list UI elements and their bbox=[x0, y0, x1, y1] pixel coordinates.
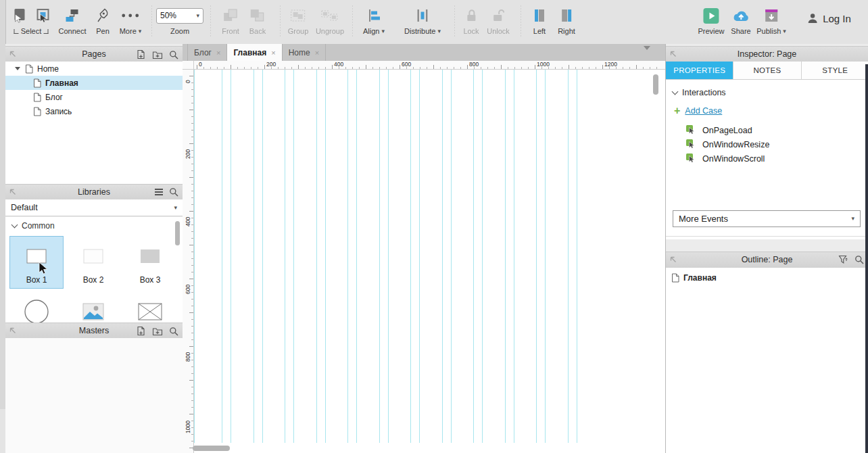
disclosure-triangle-icon[interactable] bbox=[15, 67, 20, 70]
ruler-tick bbox=[191, 170, 193, 171]
ruler-tick bbox=[189, 177, 193, 178]
connect-label: Connect bbox=[59, 27, 87, 35]
page-item-home[interactable]: Home bbox=[5, 62, 183, 76]
page-icon bbox=[671, 273, 679, 283]
add-folder-icon[interactable] bbox=[152, 50, 163, 59]
publish-button[interactable]: Publish▾ bbox=[756, 5, 786, 35]
grid-guide bbox=[316, 70, 317, 443]
widget-box1[interactable]: Box 1 bbox=[9, 236, 64, 289]
widget-ellipse[interactable]: Ellipse bbox=[9, 291, 64, 323]
widget-box2[interactable]: Box 2 bbox=[66, 236, 120, 289]
ruler-tick bbox=[258, 67, 258, 69]
select-pointer-icon bbox=[12, 8, 27, 23]
more-tools[interactable]: More▾ bbox=[120, 5, 142, 35]
ruler-tick bbox=[191, 427, 193, 428]
page-canvas[interactable] bbox=[194, 70, 665, 453]
connect-tool[interactable]: Connect bbox=[59, 5, 87, 35]
front-label: Front bbox=[222, 27, 239, 35]
align-left-button[interactable]: Left bbox=[532, 5, 547, 35]
tab-blog[interactable]: Блог × bbox=[187, 44, 227, 61]
tab-notes[interactable]: NOTES bbox=[733, 62, 801, 79]
ruler-tick bbox=[237, 67, 238, 69]
more-label: More bbox=[120, 27, 137, 35]
align-right-button[interactable]: Right bbox=[558, 5, 575, 35]
ruler-tick bbox=[189, 110, 193, 110]
caret-down-icon: ▾ bbox=[174, 205, 177, 211]
search-icon[interactable] bbox=[169, 187, 178, 197]
ruler-tick bbox=[312, 67, 312, 69]
page-item-zapis[interactable]: Запись bbox=[5, 104, 183, 118]
toolbar-separator bbox=[352, 5, 353, 37]
add-case-link[interactable]: Add Case bbox=[685, 106, 722, 116]
user-icon bbox=[806, 12, 819, 24]
event-onwindowscroll[interactable]: OnWindowScroll bbox=[686, 153, 765, 164]
add-folder-icon[interactable] bbox=[152, 327, 163, 336]
event-onpageload[interactable]: OnPageLoad bbox=[686, 125, 752, 135]
libraries-scrollbar-thumb[interactable] bbox=[175, 221, 180, 245]
grid-guide bbox=[577, 70, 577, 443]
filter-icon[interactable] bbox=[838, 255, 848, 264]
zoom-select[interactable]: 50% ▾ bbox=[156, 8, 203, 24]
add-page-icon[interactable] bbox=[136, 326, 146, 336]
pen-icon bbox=[95, 8, 110, 23]
tab-style[interactable]: STYLE bbox=[802, 62, 868, 79]
tab-properties[interactable]: PROPERTIES bbox=[666, 62, 733, 79]
select-tool[interactable]: Select bbox=[12, 5, 51, 35]
ruler-tick bbox=[191, 103, 193, 103]
ruler-tick bbox=[191, 231, 193, 232]
event-onwindowresize[interactable]: OnWindowResize bbox=[686, 139, 769, 149]
pages-panel-header: Pages bbox=[5, 46, 183, 63]
canvas-area[interactable]: 020040060080010001200 02004006008001000 bbox=[183, 61, 665, 453]
ruler-tick bbox=[528, 67, 529, 69]
grid-guide bbox=[194, 70, 195, 443]
preview-button[interactable]: Preview bbox=[698, 5, 724, 35]
more-events-select[interactable]: More Events ▾ bbox=[673, 210, 861, 227]
library-select[interactable]: Default ▾ bbox=[5, 199, 183, 216]
widget-placeholder[interactable]: Placeholder bbox=[123, 291, 177, 323]
zoom-control[interactable]: 50% ▾ Zoom bbox=[156, 5, 203, 35]
tab-label: Главная bbox=[233, 48, 266, 57]
horizontal-scrollbar-thumb[interactable] bbox=[193, 446, 230, 451]
add-case-row[interactable]: + Add Case bbox=[674, 105, 722, 116]
common-section-header[interactable]: Common bbox=[5, 217, 183, 235]
tab-home[interactable]: Home × bbox=[283, 44, 326, 61]
ruler-tick bbox=[366, 65, 366, 69]
outline-tree: Главная bbox=[666, 268, 868, 453]
menu-icon[interactable] bbox=[155, 189, 163, 195]
align-button[interactable]: Align▾ bbox=[363, 5, 385, 35]
ruler-tick bbox=[191, 319, 193, 320]
pen-tool[interactable]: Pen bbox=[95, 5, 110, 35]
box2-icon bbox=[83, 249, 103, 264]
search-icon[interactable] bbox=[169, 327, 178, 336]
lock-label: Lock bbox=[463, 27, 479, 35]
grid-guide bbox=[410, 70, 411, 443]
search-icon[interactable] bbox=[169, 50, 178, 59]
widget-image[interactable]: Image bbox=[66, 291, 120, 323]
close-tab-icon[interactable]: × bbox=[315, 49, 319, 57]
tab-glavnaya[interactable]: Главная × bbox=[227, 44, 282, 61]
close-tab-icon[interactable]: × bbox=[271, 49, 275, 57]
ruler-tick bbox=[413, 67, 414, 69]
login-button[interactable]: Log In bbox=[806, 12, 851, 24]
page-item-blog[interactable]: Блог bbox=[5, 90, 183, 104]
bracket-icon bbox=[43, 29, 48, 34]
grid-guide bbox=[473, 70, 474, 443]
ruler-tick bbox=[191, 82, 193, 83]
add-page-icon[interactable] bbox=[136, 49, 146, 59]
grid-guide bbox=[568, 70, 569, 443]
interactions-section-header[interactable]: Interactions bbox=[673, 88, 726, 97]
widget-box3[interactable]: Box 3 bbox=[123, 236, 177, 289]
distribute-icon bbox=[415, 8, 430, 23]
ruler-tick bbox=[191, 333, 193, 333]
vertical-scrollbar-thumb[interactable] bbox=[653, 74, 658, 95]
common-section-label: Common bbox=[22, 221, 55, 231]
close-tab-icon[interactable]: × bbox=[216, 49, 220, 57]
search-icon[interactable] bbox=[854, 255, 864, 264]
ruler-tick bbox=[191, 150, 193, 151]
page-item-glavnaya[interactable]: Главная bbox=[5, 76, 183, 90]
outline-item-glavnaya[interactable]: Главная bbox=[666, 270, 868, 285]
back-button: Back bbox=[249, 5, 266, 35]
distribute-button[interactable]: Distribute▾ bbox=[404, 5, 441, 35]
ruler-tick bbox=[535, 65, 535, 69]
share-button[interactable]: Share bbox=[731, 5, 750, 35]
